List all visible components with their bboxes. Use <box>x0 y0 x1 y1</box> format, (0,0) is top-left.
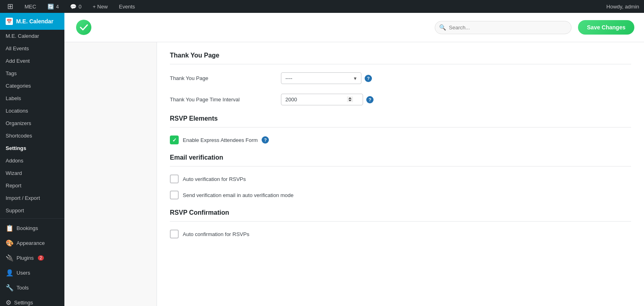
thank-you-page-field: Thank You Page ---- ▼ ? <box>170 72 631 84</box>
sidebar-section-settings-wp[interactable]: ⚙ Settings <box>0 295 64 306</box>
email-verification-section: Email verification Auto verification for… <box>170 154 631 199</box>
events-label: Events <box>119 4 135 10</box>
comments-button[interactable]: 💬 0 <box>68 0 84 13</box>
enable-express-checkbox[interactable] <box>170 136 179 144</box>
sidebar-item-all-events[interactable]: All Events <box>0 42 64 55</box>
sidebar-item-organizers[interactable]: Organizers <box>0 117 64 129</box>
sidebar-item-tags[interactable]: Tags <box>0 67 64 80</box>
search-box: 🔍 <box>435 21 572 34</box>
rsvp-confirmation-title: RSVP Confirmation <box>170 209 631 222</box>
sidebar-item-labels[interactable]: Labels <box>0 92 64 105</box>
sidebar: 📅 M.E. Calendar M.E. Calendar All Events… <box>0 13 64 306</box>
time-interval-help-icon[interactable]: ? <box>366 96 374 103</box>
auto-verification-label: Auto verification for RSVPs <box>183 176 246 182</box>
sidebar-item-wizard[interactable]: Wizard <box>0 167 64 179</box>
appearance-icon: 🎨 <box>6 239 14 247</box>
main-area: 🔍 Save Changes Thank You Page Thank You … <box>64 13 644 306</box>
send-verification-checkbox[interactable] <box>170 191 179 199</box>
site-name[interactable]: MEC <box>22 0 39 13</box>
auto-verification-checkbox[interactable] <box>170 175 179 183</box>
time-interval-input[interactable] <box>281 94 363 105</box>
sidebar-header-label: M.E. Calendar <box>16 18 54 25</box>
thank-you-page-help-icon[interactable]: ? <box>365 75 372 82</box>
plugin-header: 🔍 Save Changes <box>64 13 644 42</box>
sidebar-item-shortcodes[interactable]: Shortcodes <box>0 129 64 142</box>
rsvp-elements-section: RSVP Elements Enable Express Attendees F… <box>170 115 631 144</box>
sidebar-section-appearance[interactable]: 🎨 Appearance <box>0 235 64 250</box>
sidebar-item-support[interactable]: Support <box>0 204 64 217</box>
thank-you-page-select-wrapper: ---- ▼ <box>281 72 361 84</box>
new-label: + New <box>93 4 107 10</box>
sidebar-item-locations[interactable]: Locations <box>0 105 64 117</box>
sidebar-item-categories[interactable]: Categories <box>0 80 64 92</box>
thank-you-page-title: Thank You Page <box>170 52 631 64</box>
settings-content: Thank You Page Thank You Page ---- ▼ ? <box>157 42 644 306</box>
appearance-label: Appearance <box>17 240 45 246</box>
comments-icon: 💬 <box>70 4 76 10</box>
enable-express-help-icon[interactable]: ? <box>262 136 269 144</box>
plugins-label: Plugins <box>17 255 34 261</box>
tools-label: Tools <box>17 285 29 291</box>
sidebar-section-bookings[interactable]: 📋 Bookings <box>0 220 64 235</box>
admin-bar: ⊞ MEC 🔄 4 💬 0 + New Events Howdy, admin <box>0 0 644 13</box>
thank-you-page-time-interval-control: ? <box>281 94 374 105</box>
bookings-label: Bookings <box>17 225 38 231</box>
sidebar-item-add-event[interactable]: Add Event <box>0 55 64 67</box>
settings-nav-panel <box>64 42 157 306</box>
search-icon: 🔍 <box>439 24 446 31</box>
sidebar-header[interactable]: 📅 M.E. Calendar <box>0 13 64 30</box>
sidebar-section-tools[interactable]: 🔧 Tools <box>0 280 64 295</box>
thank-you-page-label: Thank You Page <box>170 75 275 81</box>
email-verification-title: Email verification <box>170 154 631 166</box>
save-changes-button[interactable]: Save Changes <box>578 20 634 35</box>
plugin-logo <box>74 18 93 37</box>
auto-confirmation-row: Auto confirmation for RSVPs <box>170 230 631 238</box>
enable-express-label: Enable Express Attendees Form <box>183 137 258 143</box>
send-verification-row: Send verification email in auto verifica… <box>170 191 631 199</box>
plugins-icon: 🔌 <box>6 254 14 262</box>
thank-you-page-section: Thank You Page Thank You Page ---- ▼ ? <box>170 52 631 105</box>
auto-confirmation-checkbox[interactable] <box>170 230 179 238</box>
updates-button[interactable]: 🔄 4 <box>45 0 61 13</box>
time-interval-input-wrapper <box>281 94 363 105</box>
auto-confirmation-label: Auto confirmation for RSVPs <box>183 231 249 237</box>
settings-layout: Thank You Page Thank You Page ---- ▼ ? <box>64 42 644 306</box>
calendar-icon: 📅 <box>6 18 13 25</box>
bookings-icon: 📋 <box>6 224 14 232</box>
enable-express-row: Enable Express Attendees Form ? <box>170 136 631 144</box>
thank-you-page-time-interval-label: Thank You Page Time Interval <box>170 97 275 103</box>
updates-icon: 🔄 <box>47 4 54 10</box>
users-label: Users <box>17 270 30 276</box>
updates-count: 4 <box>56 4 59 10</box>
sidebar-item-me-calendar[interactable]: M.E. Calendar <box>0 30 64 42</box>
sidebar-item-report[interactable]: Report <box>0 179 64 192</box>
events-button[interactable]: Events <box>117 0 138 13</box>
comments-count: 0 <box>78 4 81 10</box>
sidebar-section-users[interactable]: 👤 Users <box>0 265 64 280</box>
thank-you-page-control: ---- ▼ ? <box>281 72 372 84</box>
tools-icon: 🔧 <box>6 284 14 292</box>
wp-logo[interactable]: ⊞ <box>5 0 16 13</box>
send-verification-label: Send verification email in auto verifica… <box>183 192 293 198</box>
sidebar-item-addons[interactable]: Addons <box>0 154 64 167</box>
howdy-label: Howdy, admin <box>607 4 639 10</box>
wp-icon: ⊞ <box>7 2 13 11</box>
users-icon: 👤 <box>6 269 14 277</box>
rsvp-elements-title: RSVP Elements <box>170 115 631 127</box>
search-input[interactable] <box>435 21 572 34</box>
sidebar-item-settings[interactable]: Settings <box>0 142 64 154</box>
sidebar-section-plugins[interactable]: 🔌 Plugins 2 <box>0 250 64 265</box>
rsvp-confirmation-section: RSVP Confirmation Auto confirmation for … <box>170 209 631 238</box>
thank-you-page-select[interactable]: ---- <box>281 72 361 84</box>
plugins-badge: 2 <box>38 255 44 261</box>
settings-wp-icon: ⚙ <box>6 299 11 306</box>
new-button[interactable]: + New <box>90 0 110 13</box>
sidebar-item-import-export[interactable]: Import / Export <box>0 192 64 204</box>
thank-you-page-time-interval-field: Thank You Page Time Interval ? <box>170 94 631 105</box>
sidebar-menu: M.E. Calendar All Events Add Event Tags … <box>0 30 64 217</box>
site-name-label: MEC <box>25 4 36 10</box>
auto-verification-row: Auto verification for RSVPs <box>170 175 631 183</box>
settings-wp-label: Settings <box>14 300 33 306</box>
